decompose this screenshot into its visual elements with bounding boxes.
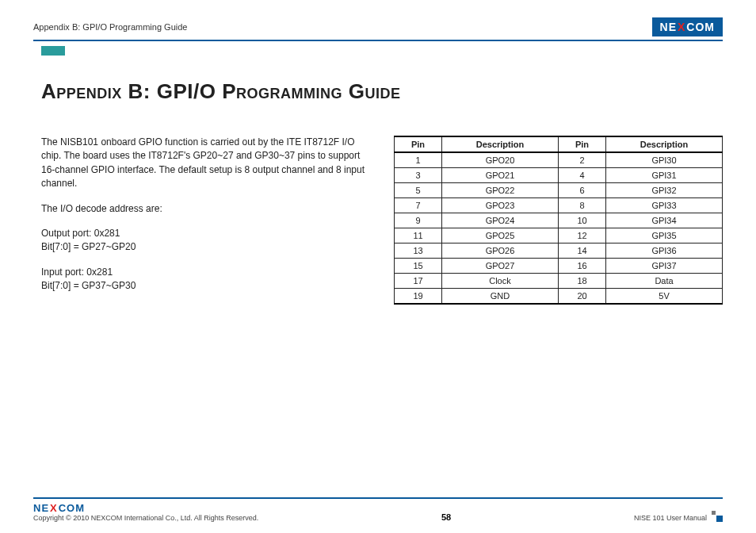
section-tab-marker <box>41 46 65 56</box>
logo-part-right: COM <box>686 21 715 33</box>
table-cell: GPO24 <box>442 213 559 228</box>
brand-logo: NEXCOM <box>652 17 723 36</box>
pin-table-column: Pin Description Pin Description 1GPO202G… <box>394 136 723 305</box>
decode-address-label: The I/O decode address are: <box>41 202 370 216</box>
table-row: 13GPO2614GPI36 <box>395 243 723 259</box>
table-cell: Data <box>606 274 723 289</box>
content-area: The NISB101 onboard GPIO function is car… <box>33 136 723 305</box>
table-cell: GPI32 <box>606 183 723 198</box>
table-cell: 16 <box>559 259 606 274</box>
table-header-row: Pin Description Pin Description <box>395 136 723 152</box>
footer-left: NEXCOM Copyright © 2010 NEXCOM Internati… <box>33 502 258 522</box>
table-cell: 3 <box>395 168 442 183</box>
logo-part-left: NE <box>660 21 677 33</box>
table-cell: GND <box>442 289 559 305</box>
table-cell: GPO25 <box>442 228 559 243</box>
table-cell: 20 <box>559 289 606 305</box>
table-cell: 9 <box>395 213 442 228</box>
body-text-column: The NISB101 onboard GPIO function is car… <box>41 136 370 305</box>
table-row: 9GPO2410GPI34 <box>395 213 723 228</box>
page-header: Appendix B: GPI/O Programming Guide NEXC… <box>33 16 723 38</box>
output-port-line: Output port: 0x281 <box>41 228 120 239</box>
table-cell: 5 <box>395 183 442 198</box>
table-cell: GPO21 <box>442 168 559 183</box>
table-row: 19GND205V <box>395 289 723 305</box>
header-rule <box>33 40 723 41</box>
table-cell: 19 <box>395 289 442 305</box>
table-cell: GPI33 <box>606 198 723 213</box>
table-cell: 7 <box>395 198 442 213</box>
table-row: 11GPO2512GPI35 <box>395 228 723 243</box>
output-port-block: Output port: 0x281 Bit[7:0] = GP27~GP20 <box>41 227 370 255</box>
footer-logo-right: COM <box>59 502 85 514</box>
col-desc-a: Description <box>442 136 559 152</box>
manual-name: NISE 101 User Manual <box>634 514 707 522</box>
logo-part-x: X <box>678 21 685 33</box>
table-cell: 10 <box>559 213 606 228</box>
table-cell: GPI31 <box>606 168 723 183</box>
table-cell: GPI35 <box>606 228 723 243</box>
table-cell: 8 <box>559 198 606 213</box>
col-pin-a: Pin <box>395 136 442 152</box>
footer-logo-x: X <box>50 502 58 514</box>
footer-logo: NEXCOM <box>33 502 258 514</box>
page-title: Appendix B: GPI/O Programming Guide <box>41 79 723 104</box>
table-cell: GPI36 <box>606 243 723 259</box>
table-cell: GPO26 <box>442 243 559 259</box>
table-cell: 13 <box>395 243 442 259</box>
table-row: 15GPO2716GPI37 <box>395 259 723 274</box>
table-cell: GPI37 <box>606 259 723 274</box>
table-cell: 1 <box>395 152 442 168</box>
col-pin-b: Pin <box>559 136 606 152</box>
page-footer: NEXCOM Copyright © 2010 NEXCOM Internati… <box>33 497 723 522</box>
copyright-text: Copyright © 2010 NEXCOM International Co… <box>33 514 258 522</box>
breadcrumb: Appendix B: GPI/O Programming Guide <box>33 22 187 32</box>
pin-description-table: Pin Description Pin Description 1GPO202G… <box>394 136 723 305</box>
col-desc-b: Description <box>606 136 723 152</box>
input-port-block: Input port: 0x281 Bit[7:0] = GP37~GP30 <box>41 266 370 293</box>
input-port-bits: Bit[7:0] = GP37~GP30 <box>41 280 136 291</box>
table-cell: GPO23 <box>442 198 559 213</box>
table-cell: GPO27 <box>442 259 559 274</box>
footer-right: NISE 101 User Manual <box>634 511 723 522</box>
footer-rule <box>33 497 723 499</box>
table-cell: 2 <box>559 152 606 168</box>
table-cell: Clock <box>442 274 559 289</box>
table-cell: 4 <box>559 168 606 183</box>
table-cell: 18 <box>559 274 606 289</box>
table-cell: 12 <box>559 228 606 243</box>
table-cell: 15 <box>395 259 442 274</box>
table-cell: 14 <box>559 243 606 259</box>
table-cell: GPI34 <box>606 213 723 228</box>
input-port-line: Input port: 0x281 <box>41 266 113 278</box>
table-row: 17Clock18Data <box>395 274 723 289</box>
table-cell: GPI30 <box>606 152 723 168</box>
page-number: 58 <box>441 512 451 522</box>
corner-mark-icon <box>712 511 723 522</box>
table-cell: 6 <box>559 183 606 198</box>
table-cell: GPO20 <box>442 152 559 168</box>
output-port-bits: Bit[7:0] = GP27~GP20 <box>41 241 136 252</box>
footer-logo-left: NE <box>33 502 49 514</box>
table-row: 1GPO202GPI30 <box>395 152 723 168</box>
table-row: 3GPO214GPI31 <box>395 168 723 183</box>
table-cell: GPO22 <box>442 183 559 198</box>
table-row: 7GPO238GPI33 <box>395 198 723 213</box>
table-cell: 11 <box>395 228 442 243</box>
intro-paragraph: The NISB101 onboard GPIO function is car… <box>41 136 370 191</box>
table-row: 5GPO226GPI32 <box>395 183 723 198</box>
table-cell: 5V <box>606 289 723 305</box>
table-cell: 17 <box>395 274 442 289</box>
